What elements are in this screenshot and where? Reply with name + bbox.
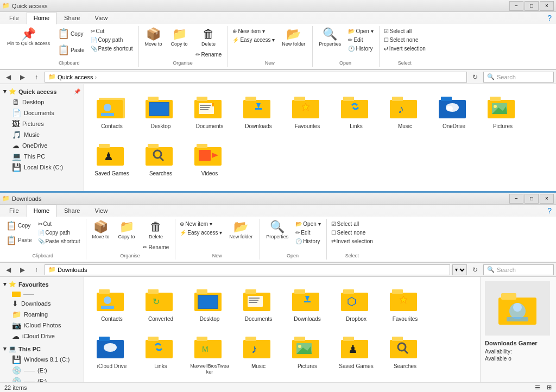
file-downloads-1[interactable]: Downloads — [235, 88, 282, 134]
tab-view-2[interactable]: View — [87, 205, 115, 217]
invert-selection-button-1[interactable]: ⇄ Invert selection — [382, 45, 428, 53]
paste-shortcut-button-2[interactable]: 📎 Paste shortcut — [36, 237, 83, 245]
file-contacts-2[interactable]: Contacts — [89, 281, 135, 326]
tab-home-2[interactable]: Home — [27, 205, 56, 217]
select-all-button-2[interactable]: ☑ Select all — [329, 220, 375, 228]
paste-button-2[interactable]: 📋 Paste — [3, 233, 35, 247]
new-item-button-1[interactable]: ⊕ New item ▾ — [230, 27, 277, 35]
file-converted-2[interactable]: ↻ Converted — [137, 281, 184, 326]
file-contacts-1[interactable]: Contacts — [89, 88, 135, 134]
file-favourites-2[interactable]: Favourites — [382, 281, 428, 326]
thispc-header-2[interactable]: ▾ 💻 This PC — [0, 344, 84, 354]
copy-button-1[interactable]: 📋 Copy — [55, 26, 87, 41]
maximize-button-1[interactable]: □ — [525, 1, 539, 11]
history-button-1[interactable]: 🕐 History — [346, 45, 375, 53]
forward-button-1[interactable]: ▶ — [16, 72, 28, 83]
sidebar-item-downloads-2[interactable]: ⬇ Downloads — [0, 298, 84, 309]
close-button-1[interactable]: × — [540, 1, 554, 11]
select-none-button-2[interactable]: ☐ Select none — [329, 229, 375, 237]
up-button-2[interactable]: ↑ — [30, 264, 42, 275]
tab-share-1[interactable]: Share — [57, 12, 87, 24]
move-to-button-2[interactable]: 📦 Move to — [89, 219, 113, 242]
back-button-2[interactable]: ◀ — [2, 264, 14, 275]
address-field-1[interactable]: 📁 Quick access › — [45, 72, 467, 83]
open-button-1[interactable]: 📂 Open ▾ — [346, 27, 375, 35]
cut-button-1[interactable]: ✂ Cut — [89, 27, 135, 35]
file-documents-1[interactable]: Documents — [186, 88, 233, 134]
sidebar-item-drive-e[interactable]: 💿 —— (E:) — [0, 365, 84, 376]
easy-access-button-2[interactable]: ⚡ Easy access ▾ — [178, 229, 224, 237]
file-usbit-2[interactable]: usbit — [89, 381, 135, 382]
minimize-button-1[interactable]: − — [509, 1, 523, 11]
rename-button-2[interactable]: ✏ Rename — [140, 243, 172, 252]
help-icon-1[interactable]: ? — [547, 14, 552, 22]
file-music-2[interactable]: ♪ Music — [235, 328, 282, 379]
file-links-2[interactable]: Links — [137, 328, 184, 379]
tab-file-1[interactable]: File — [2, 12, 26, 24]
paste-button-1[interactable]: 📋 Paste — [55, 42, 87, 58]
paste-shortcut-button-1[interactable]: 📎 Paste shortcut — [89, 45, 135, 53]
maximize-button-2[interactable]: □ — [525, 194, 539, 204]
forward-button-2[interactable]: ▶ — [16, 264, 28, 275]
history-button-2[interactable]: 🕐 History — [293, 237, 323, 245]
copy-button-2[interactable]: 📋 Copy — [3, 219, 35, 232]
quick-access-header[interactable]: ▾ ⭐ Quick access 📌 — [0, 86, 84, 97]
edit-button-1[interactable]: ✏ Edit — [346, 36, 375, 44]
delete-button-1[interactable]: 🗑 Delete — [193, 26, 225, 49]
file-links-1[interactable]: Links — [333, 88, 380, 134]
move-to-button-1[interactable]: 📦 Move to — [141, 26, 166, 49]
tab-home-1[interactable]: Home — [27, 12, 56, 24]
file-videos-1[interactable]: Videos — [186, 136, 233, 181]
delete-button-2[interactable]: 🗑 Delete — [140, 219, 172, 242]
sidebar-item-roaming-2[interactable]: 📁 Roaming — [0, 309, 84, 320]
file-music-1[interactable]: ♪ Music — [382, 88, 428, 134]
file-pictures-1[interactable]: Pictures — [479, 88, 526, 134]
list-view-icon[interactable]: ☰ — [535, 384, 540, 391]
sidebar-item-avatar-2[interactable]: —— — [0, 289, 84, 298]
file-searches-2[interactable]: Searches — [382, 328, 428, 379]
copy-to-button-1[interactable]: 📁 Copy to — [167, 26, 192, 49]
up-button-1[interactable]: ↑ — [30, 72, 42, 83]
sidebar-item-icloud-drive-2[interactable]: ☁ iCloud Drive — [0, 331, 84, 342]
address-field-2[interactable]: 📁 Downloads — [45, 264, 450, 275]
file-savedgames-2[interactable]: ♟ Saved Games — [333, 328, 380, 379]
new-folder-button-1[interactable]: 📂 New folder — [278, 26, 309, 49]
file-icloud-2[interactable]: iCloud Drive — [89, 328, 135, 379]
file-favourites-1[interactable]: Favourites — [284, 88, 331, 134]
grid-view-icon[interactable]: ⊞ — [547, 384, 552, 391]
search-field-2[interactable]: 🔍 Search — [483, 264, 554, 275]
minimize-button-2[interactable]: − — [509, 194, 523, 204]
copy-path-button-2[interactable]: 📄 Copy path — [36, 229, 83, 237]
favourites-header[interactable]: ▾ ⭐ Favourites — [0, 279, 84, 289]
rename-button-1[interactable]: ✏ Rename — [193, 50, 225, 59]
pin-button-1[interactable]: 📌 Pin to Quick access — [3, 26, 54, 49]
sidebar-item-drive-f[interactable]: 💿 —— (F:) — [0, 376, 84, 382]
select-all-button-1[interactable]: ☑ Select all — [382, 27, 428, 35]
help-icon-2[interactable]: ? — [547, 206, 552, 215]
edit-button-2[interactable]: ✏ Edit — [293, 229, 323, 237]
open-button-2[interactable]: 📂 Open ▾ — [293, 220, 323, 228]
sidebar-item-onedrive-1[interactable]: ☁ OneDrive — [0, 140, 84, 151]
file-dropbox-2[interactable]: ⬡ Dropbox — [333, 281, 380, 326]
sidebar-item-thispc-1[interactable]: 💻 This PC — [0, 151, 84, 162]
tab-file-2[interactable]: File — [2, 205, 26, 217]
tab-view-1[interactable]: View — [87, 12, 115, 24]
file-searches-1[interactable]: Searches — [137, 136, 184, 181]
file-desktop-2[interactable]: Desktop — [186, 281, 233, 326]
refresh-button-2[interactable]: ↻ — [469, 264, 481, 275]
sidebar-item-music-1[interactable]: 🎵 Music — [0, 129, 84, 140]
copy-to-button-2[interactable]: 📁 Copy to — [115, 219, 139, 242]
new-folder-button-2[interactable]: 📂 New folder — [225, 219, 256, 242]
sidebar-item-localc-1[interactable]: 💾 Local Disk (C:) — [0, 162, 84, 173]
sidebar-item-pictures-1[interactable]: 🖼 Pictures — [0, 118, 84, 129]
cut-button-2[interactable]: ✂ Cut — [36, 220, 83, 228]
close-button-2[interactable]: × — [540, 194, 554, 204]
refresh-button-1[interactable]: ↻ — [469, 72, 481, 83]
new-item-button-2[interactable]: ⊕ New item ▾ — [178, 220, 224, 228]
file-tweaker-2[interactable]: M MaxwellBiosTweaker — [186, 328, 233, 379]
sidebar-item-documents-1[interactable]: 📄 Documents — [0, 108, 84, 118]
file-documents-2[interactable]: Documents — [235, 281, 282, 326]
select-none-button-1[interactable]: ☐ Select none — [382, 36, 428, 44]
sidebar-item-desktop-1[interactable]: 🖥 Desktop — [0, 97, 84, 108]
invert-selection-button-2[interactable]: ⇄ Invert selection — [329, 237, 375, 245]
